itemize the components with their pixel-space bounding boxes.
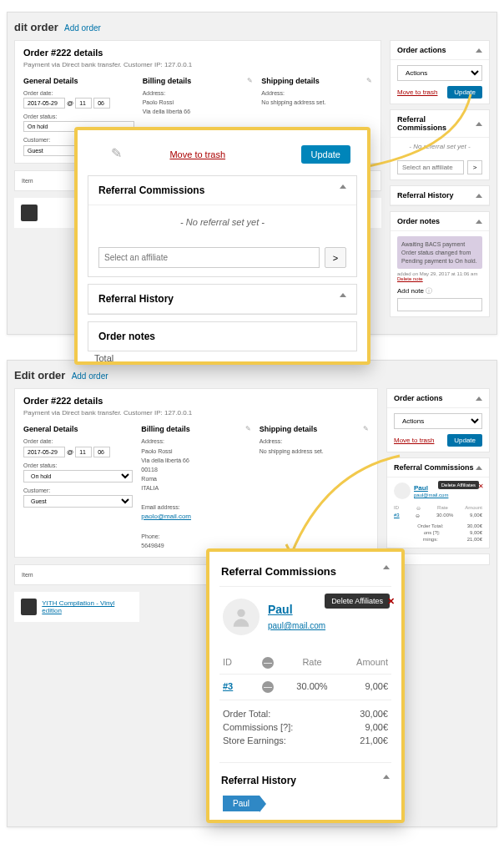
callout-referral-filled: Referral Commissions Paul paul@mail.com … (206, 548, 405, 823)
delete-affiliate-tooltip: Delete Affiliates (325, 594, 390, 609)
order-date-input[interactable] (23, 447, 65, 457)
affiliate-name-link[interactable]: Paul (268, 603, 293, 616)
commission-id-link[interactable]: #3 (394, 513, 400, 518)
affiliate-email-link[interactable]: paul@mail.com (414, 493, 448, 498)
affiliate-go-button[interactable]: > (467, 160, 482, 174)
collapse-icon[interactable] (383, 565, 390, 569)
add-order-link[interactable]: Add order (72, 371, 108, 381)
customer-select[interactable]: Guest (23, 495, 133, 508)
breadcrumb: dit order Add order (8, 13, 496, 40)
order-hour-input[interactable] (75, 98, 92, 109)
order-total-value: 30,00€ (360, 709, 388, 719)
refhist-heading: Referral History (98, 293, 174, 305)
edit-shipping-icon[interactable]: ✎ (366, 77, 372, 88)
billing-heading: Billing details (141, 425, 190, 433)
edit-billing-icon[interactable]: ✎ (245, 425, 251, 437)
status-icon: — (262, 657, 274, 669)
shipping-heading: Shipping details (260, 425, 318, 433)
order-min-input[interactable] (93, 447, 110, 457)
avatar (394, 483, 411, 499)
collapse-icon[interactable] (476, 220, 482, 224)
commission-rate: 30.00% (283, 681, 341, 693)
order-subtitle: Payment via Direct bank transfer. Custom… (23, 61, 372, 68)
date-label: Order date: (23, 88, 134, 98)
collapse-icon[interactable] (476, 397, 482, 401)
collapse-icon[interactable] (476, 122, 482, 126)
affiliate-email-link[interactable]: paul@mail.com (268, 621, 325, 630)
edit-shipping-icon[interactable]: ✎ (363, 425, 369, 437)
affiliate-name-link[interactable]: Paul (414, 484, 428, 492)
order-hour-input[interactable] (75, 447, 92, 457)
add-note-input[interactable] (397, 298, 482, 311)
affiliate-select[interactable] (98, 247, 320, 268)
refhist-heading: Referral History (221, 775, 296, 786)
col-amount: Amount (341, 657, 388, 669)
notes-heading: Order notes (98, 331, 155, 342)
commission-id-link[interactable]: #3 (223, 681, 233, 691)
callout-referral-empty: ✎ Move to trash Update Referral Commissi… (74, 127, 370, 365)
general-heading: General Details (23, 77, 134, 85)
close-icon[interactable]: ✕ (387, 596, 395, 607)
notes-heading: Order notes (397, 217, 440, 225)
add-note-label: Add note (397, 287, 424, 295)
order-min-input[interactable] (93, 98, 110, 109)
breadcrumb: Edit order Add order (8, 361, 496, 388)
edit-icon[interactable]: ✎ (111, 145, 122, 161)
col-rate: Rate (283, 657, 341, 669)
affiliate-go-button[interactable]: > (325, 247, 346, 268)
status-label: Order status: (23, 112, 134, 121)
date-label: Order date: (23, 437, 133, 446)
collapse-icon[interactable] (476, 466, 482, 470)
commissions-label: Commissions [?]: (223, 722, 293, 732)
update-button[interactable]: Update (301, 145, 350, 164)
total-label: Total (94, 353, 113, 363)
refcom-heading: Referral Commissions (394, 463, 474, 472)
collapse-icon[interactable] (340, 293, 346, 297)
actions-select[interactable]: Actions (397, 65, 482, 81)
history-tag[interactable]: Paul (223, 796, 260, 811)
svg-point-0 (237, 609, 244, 617)
refcom-heading: Referral Commissions (98, 184, 204, 196)
status-icon: — (262, 681, 274, 693)
order-note: Awaiting BACS payment Order status chang… (397, 236, 482, 269)
delete-affiliate-tooltip: Delete Affiliates (438, 481, 479, 489)
collapse-icon[interactable] (476, 194, 482, 198)
no-referral-text: - No referral set yet - (88, 205, 356, 239)
product-thumb (21, 599, 37, 615)
billing-heading: Billing details (143, 77, 192, 85)
commissions-value: 9,00€ (365, 722, 388, 732)
order-total-label: Order Total: (223, 709, 270, 719)
order-date-input[interactable] (23, 98, 65, 109)
order-actions-heading: Order actions (394, 394, 443, 402)
earnings-label: Store Earnings: (223, 735, 286, 745)
delete-note-link[interactable]: Delete note (397, 276, 423, 281)
move-to-trash-link[interactable]: Move to trash (394, 437, 434, 444)
refcom-heading: Referral Commissions (221, 565, 336, 578)
product-link[interactable]: YITH Compilation - Vinyl edition (42, 599, 133, 614)
billing-email-link[interactable]: paolo@mail.com (141, 513, 191, 520)
order-subtitle: Payment via Direct bank transfer. Custom… (23, 409, 369, 417)
order-title: Order #222 details (23, 396, 369, 406)
no-referral-text: - No referral set yet - (391, 138, 489, 155)
move-to-trash-link[interactable]: Move to trash (397, 88, 437, 96)
close-icon[interactable]: ✕ (478, 483, 484, 490)
move-to-trash-link[interactable]: Move to trash (169, 149, 225, 159)
commission-amount: 9,00€ (341, 681, 388, 693)
update-button[interactable]: Update (447, 86, 482, 99)
general-heading: General Details (23, 425, 133, 433)
earnings-value: 21,00€ (360, 735, 388, 745)
affiliate-select[interactable] (397, 160, 464, 174)
status-select[interactable]: On hold (23, 470, 133, 483)
product-thumb (21, 205, 38, 221)
update-button[interactable]: Update (447, 434, 482, 447)
collapse-icon[interactable] (476, 48, 482, 53)
edit-billing-icon[interactable]: ✎ (247, 77, 253, 88)
order-title: Order #222 details (23, 48, 372, 58)
add-order-link[interactable]: Add order (64, 23, 101, 33)
avatar (223, 599, 260, 635)
col-id: ID (223, 657, 253, 669)
collapse-icon[interactable] (383, 775, 390, 779)
collapse-icon[interactable] (340, 184, 346, 189)
actions-select[interactable]: Actions (394, 413, 482, 429)
refhist-heading: Referral History (397, 191, 454, 200)
